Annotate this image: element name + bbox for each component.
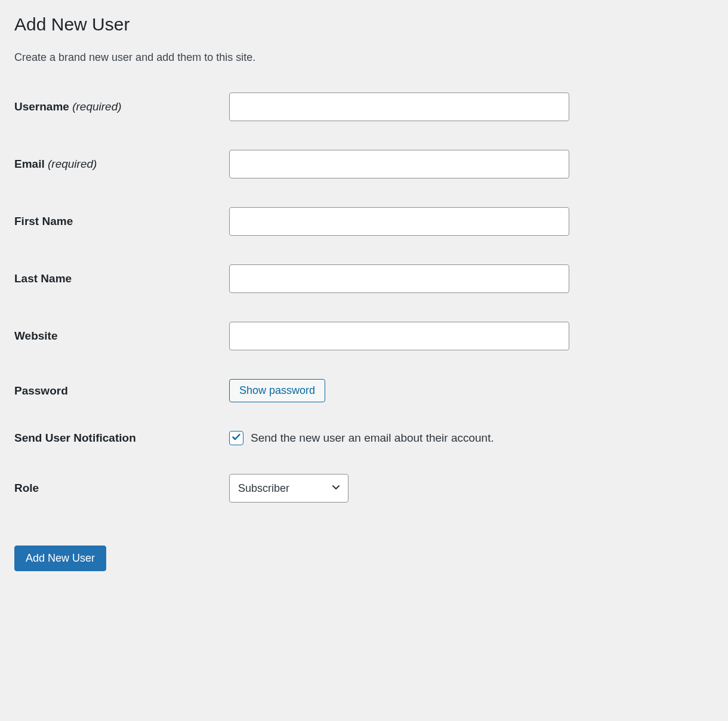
check-icon [232,432,241,444]
username-label: Username (required) [14,100,229,113]
first-name-input[interactable] [229,207,569,236]
email-label: Email (required) [14,158,229,171]
role-label: Role [14,482,229,495]
page-title: Add New User [14,14,714,35]
website-input[interactable] [229,322,569,350]
last-name-label: Last Name [14,272,229,285]
first-name-row: First Name [14,207,714,236]
add-new-user-button[interactable]: Add New User [14,546,106,571]
notification-checkbox-label: Send the new user an email about their a… [251,432,494,445]
notification-row: Send User Notification Send the new user… [14,431,714,445]
username-input[interactable] [229,93,569,121]
first-name-label: First Name [14,215,229,228]
notification-label: Send User Notification [14,432,229,445]
role-select[interactable]: Subscriber [229,474,348,503]
website-label: Website [14,329,229,343]
website-row: Website [14,322,714,350]
username-row: Username (required) [14,93,714,121]
page-description: Create a brand new user and add them to … [14,51,714,64]
last-name-input[interactable] [229,264,569,293]
notification-checkbox[interactable] [229,431,243,445]
show-password-button[interactable]: Show password [229,379,325,402]
password-row: Password Show password [14,379,714,402]
email-row: Email (required) [14,150,714,178]
last-name-row: Last Name [14,264,714,293]
password-label: Password [14,384,229,398]
add-user-form: Username (required) Email (required) Fir… [14,93,714,503]
role-row: Role Subscriber [14,474,714,503]
email-input[interactable] [229,150,569,178]
